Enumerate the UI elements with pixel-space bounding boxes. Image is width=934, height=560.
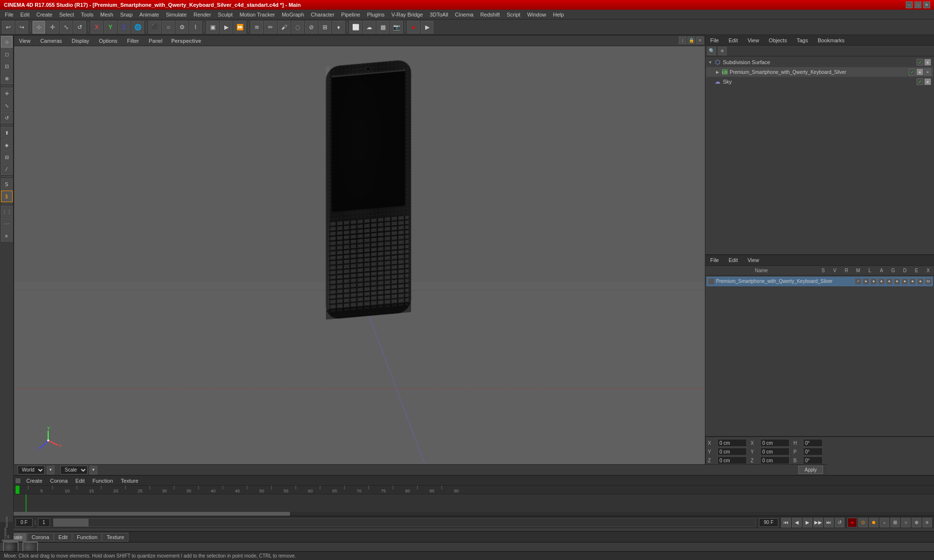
- end-frame-input[interactable]: [759, 518, 778, 527]
- h-input[interactable]: [803, 439, 823, 447]
- scrub-bar[interactable]: [53, 518, 756, 527]
- tool-rotate[interactable]: ↺: [1, 112, 13, 123]
- knife-btn[interactable]: ⊘: [305, 21, 318, 34]
- menu-file[interactable]: File: [2, 11, 17, 18]
- tool-poly-select[interactable]: ◻: [1, 48, 13, 60]
- mat-tab-corona[interactable]: Corona: [27, 533, 54, 542]
- pb-key-btn[interactable]: ⬦: [880, 518, 889, 527]
- tl-tab-texture[interactable]: Texture: [118, 477, 141, 485]
- frame-input[interactable]: [16, 518, 33, 527]
- sculpt-move-btn[interactable]: ≋: [251, 21, 263, 34]
- om-ctrl-phone-extra[interactable]: ≡: [924, 69, 931, 75]
- iron-btn[interactable]: ♦: [332, 21, 345, 34]
- mm-ctrl-5[interactable]: ●: [886, 279, 892, 284]
- close-btn[interactable]: ✕: [923, 1, 930, 8]
- mm-tab-edit[interactable]: Edit: [726, 256, 741, 264]
- tool-paint[interactable]: ⋮⋮: [1, 206, 13, 217]
- frame-step-input[interactable]: [38, 518, 50, 527]
- menu-vray[interactable]: V-Ray Bridge: [389, 11, 426, 18]
- anim-play-btn[interactable]: ▶: [421, 21, 433, 34]
- menu-sculpt[interactable]: Sculpt: [215, 11, 236, 18]
- b-input[interactable]: [803, 456, 823, 464]
- vp-tab-cameras[interactable]: Cameras: [37, 37, 65, 45]
- mat-tab-function[interactable]: Function: [72, 533, 102, 542]
- redo-btn[interactable]: ↪: [16, 21, 28, 34]
- pb-snap-btn[interactable]: ⊞: [890, 518, 900, 527]
- tool-select[interactable]: ⊹: [1, 36, 13, 48]
- vp-tab-panel[interactable]: Panel: [146, 37, 165, 45]
- pb-anim-btn[interactable]: ⏺: [869, 518, 879, 527]
- pb-onion-btn[interactable]: ⊕: [912, 518, 921, 527]
- apply-btn[interactable]: Apply: [798, 466, 823, 474]
- tool-bridge[interactable]: ⊟: [1, 151, 13, 163]
- om-ctrl-sky-check[interactable]: ✓: [916, 78, 923, 85]
- new-obj-btn[interactable]: ⬛: [148, 21, 161, 34]
- menu-character[interactable]: Character: [308, 11, 337, 18]
- om-tab-bookmarks[interactable]: Bookmarks: [815, 36, 847, 44]
- z2-pos-input[interactable]: [760, 456, 790, 464]
- menu-mesh[interactable]: Mesh: [97, 11, 116, 18]
- x-pos-input[interactable]: [718, 439, 747, 447]
- maximize-btn[interactable]: □: [915, 1, 921, 8]
- om-ctrl-check[interactable]: ✓: [916, 59, 923, 66]
- render-all-btn[interactable]: ⏩: [234, 21, 246, 34]
- mm-ctrl-8[interactable]: ●: [910, 279, 916, 284]
- pb-list-btn[interactable]: ≡: [922, 518, 932, 527]
- bg-btn[interactable]: ▦: [377, 21, 389, 34]
- timeline-scrubbar[interactable]: [14, 512, 934, 516]
- tl-tab-corona[interactable]: Corona: [47, 477, 71, 485]
- mm-ctrl-1[interactable]: ✓: [855, 279, 861, 284]
- undo-btn[interactable]: ↩: [2, 21, 15, 34]
- p-input[interactable]: [803, 448, 823, 455]
- vp-lock-btn[interactable]: 🔒: [687, 36, 695, 44]
- tool-bevel[interactable]: ◈: [1, 139, 13, 151]
- menu-mograph[interactable]: MoGraph: [279, 11, 307, 18]
- scale-select[interactable]: Scale: [60, 466, 88, 474]
- rotate-btn[interactable]: ↺: [73, 21, 86, 34]
- mat-tab-edit[interactable]: Edit: [54, 533, 72, 542]
- om-tab-file[interactable]: File: [707, 36, 722, 44]
- z-pos-input[interactable]: [718, 456, 747, 464]
- menu-motion-tracker[interactable]: Motion Tracker: [236, 11, 278, 18]
- paint-btn[interactable]: 🖌: [278, 21, 290, 34]
- menu-pipeline[interactable]: Pipeline: [338, 11, 363, 18]
- vp-settings-btn[interactable]: ≡: [696, 36, 704, 44]
- play-btn[interactable]: ▶: [803, 518, 812, 527]
- om-tab-edit[interactable]: Edit: [726, 36, 741, 44]
- loop-btn[interactable]: ↺: [835, 518, 844, 527]
- step-back-btn[interactable]: ◀: [792, 518, 802, 527]
- tool-move[interactable]: ✛: [1, 88, 13, 99]
- menu-simulate[interactable]: Simulate: [163, 11, 190, 18]
- om-tab-tags[interactable]: Tags: [794, 36, 811, 44]
- mm-tab-view[interactable]: View: [745, 256, 762, 264]
- om-item-sky[interactable]: ☁ Sky ✓ ●: [706, 77, 933, 87]
- step-fwd-btn[interactable]: ▶▶: [813, 518, 823, 527]
- timeline-scrubbar-handle[interactable]: [14, 512, 290, 516]
- tool-extrude[interactable]: ⬆: [1, 127, 13, 139]
- vp-tab-display[interactable]: Display: [69, 37, 92, 45]
- menu-plugins[interactable]: Plugins: [364, 11, 387, 18]
- viewport-canvas[interactable]: X Y Z Grid Spacing : 10 cm: [14, 46, 705, 474]
- tool-magnet2[interactable]: $: [1, 191, 13, 202]
- new-generator-btn[interactable]: ⚙: [176, 21, 188, 34]
- world-select-arrow[interactable]: ▼: [47, 466, 54, 474]
- vp-tab-options[interactable]: Options: [96, 37, 120, 45]
- menu-select[interactable]: Select: [56, 11, 77, 18]
- om-content[interactable]: ▼ ⬡ Subdivision Surface ✓ ● ▶ L⊙ Premium…: [705, 56, 934, 254]
- tool-scale[interactable]: ⤡: [1, 100, 13, 111]
- om-ctrl-sky-dot[interactable]: ●: [924, 78, 931, 85]
- y2-pos-input[interactable]: [760, 448, 790, 455]
- pb-rec-btn[interactable]: ●: [847, 518, 857, 527]
- skip-end-btn[interactable]: ⏭: [824, 518, 834, 527]
- anim-record-btn[interactable]: ●: [407, 21, 420, 34]
- menu-animate[interactable]: Animate: [137, 11, 162, 18]
- om-tab-objects[interactable]: Objects: [766, 36, 790, 44]
- render-active-btn[interactable]: ▶: [220, 21, 233, 34]
- mm-tab-file[interactable]: File: [707, 256, 722, 264]
- menu-snap[interactable]: Snap: [117, 11, 136, 18]
- vp-maximize-btn[interactable]: ↕: [679, 36, 686, 44]
- menu-redshift[interactable]: Redshift: [477, 11, 503, 18]
- menu-edit[interactable]: Edit: [18, 11, 33, 18]
- floor-btn[interactable]: ⬜: [349, 21, 362, 34]
- new-deformer-btn[interactable]: ⌇: [189, 21, 202, 34]
